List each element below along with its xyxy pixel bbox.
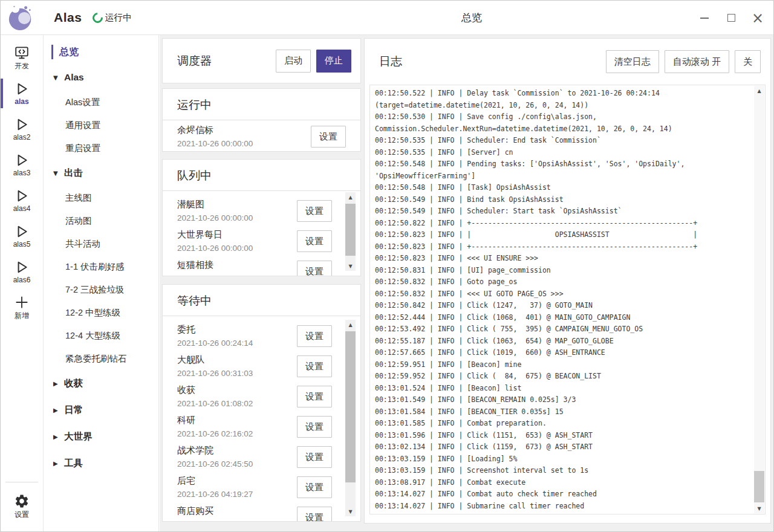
nav-item-label: alas2 — [13, 133, 31, 141]
log-text: 00:12:50.522 | INFO | Delay task `Commis… — [370, 85, 754, 514]
menu-item[interactable]: 活动图 — [44, 209, 158, 232]
nav-item-alas3[interactable]: alas3 — [1, 147, 43, 183]
scroll-down-icon[interactable]: ▼ — [345, 261, 356, 271]
task-setting-button[interactable]: 设置 — [297, 355, 332, 377]
menu-section-label: 大世界 — [64, 430, 93, 443]
nav-item-alas[interactable]: alas — [1, 76, 43, 111]
pending-title: 队列中 — [163, 160, 360, 190]
nav-item-label: alas — [15, 97, 28, 106]
task-name: 余烬信标 — [177, 125, 253, 136]
instance-nav-list: 开发 alas alas2 alas3 alas4 alas5 alas6 新增 — [1, 35, 43, 325]
task-row: 科研 2021-10-26 02:16:02 设置 — [163, 410, 360, 441]
minimize-icon — [700, 18, 709, 19]
waiting-scrollbar[interactable]: ▲ ▼ — [345, 320, 356, 516]
nav-item-settings[interactable]: 设置 — [1, 488, 43, 524]
log-scrollbar[interactable]: ▲ ▼ — [754, 86, 764, 513]
close-button[interactable]: × — [749, 6, 766, 30]
task-time: 2021-10-26 02:16:02 — [177, 429, 253, 438]
scroll-up-icon[interactable]: ▲ — [754, 86, 764, 96]
menu-item-overview[interactable]: 总览 — [44, 40, 158, 64]
task-setting-button[interactable]: 设置 — [297, 230, 332, 252]
task-setting-button[interactable]: 设置 — [297, 200, 332, 222]
task-setting-button[interactable]: 设置 — [297, 261, 332, 276]
chevron-right-icon: ▶ — [53, 433, 62, 440]
pending-task-list: 潜艇图 2021-10-26 00:00:00 设置 大世界每日 2021-10… — [163, 191, 360, 276]
window-controls: × — [696, 1, 766, 35]
menu-item[interactable]: 1-1 伏击刷好感 — [44, 255, 158, 278]
scroll-thumb[interactable] — [345, 331, 356, 482]
task-setting-button[interactable]: 设置 — [311, 126, 346, 148]
menu-section-label: Alas — [64, 72, 84, 83]
task-name: 大舰队 — [177, 354, 253, 366]
task-name: 科研 — [177, 415, 253, 426]
task-name: 商店购买 — [177, 505, 213, 517]
running-title: 运行中 — [163, 89, 360, 120]
task-setting-button[interactable]: 设置 — [297, 476, 332, 498]
scroll-up-icon[interactable]: ▲ — [345, 192, 356, 202]
task-setting-button[interactable]: 设置 — [297, 507, 332, 522]
play-icon — [14, 188, 30, 204]
start-button[interactable]: 启动 — [276, 50, 311, 73]
autoscroll-off-button[interactable]: 关 — [735, 50, 761, 73]
task-setting-button[interactable]: 设置 — [297, 386, 332, 407]
menu-item[interactable]: 共斗活动 — [44, 232, 158, 255]
task-setting-button[interactable]: 设置 — [297, 446, 332, 468]
scheduler-card: 调度器 启动 停止 — [162, 38, 361, 83]
running-card: 运行中 余烬信标 2021-10-26 00:00:00 设置 — [162, 88, 361, 152]
minimize-button[interactable] — [696, 6, 713, 30]
maximize-icon — [727, 14, 735, 22]
scroll-thumb[interactable] — [345, 204, 356, 256]
waiting-task-list: 委托 2021-10-26 00:24:14 设置 大舰队 2021-10-26… — [163, 316, 360, 522]
scheduler-buttons: 启动 停止 — [276, 50, 351, 73]
nav-item-alas5[interactable]: alas5 — [1, 218, 43, 254]
task-time: 2021-10-26 00:00:00 — [177, 139, 253, 148]
task-name: 委托 — [177, 324, 253, 336]
waiting-title: 等待中 — [163, 285, 360, 316]
chevron-right-icon: ▶ — [53, 460, 62, 467]
menu-item[interactable]: 12-4 大型练级 — [44, 324, 158, 347]
task-setting-button[interactable]: 设置 — [297, 416, 332, 438]
scroll-thumb[interactable] — [754, 471, 764, 502]
nav-item-dev[interactable]: 开发 — [1, 40, 43, 76]
nav-item-alas6[interactable]: alas6 — [1, 254, 43, 290]
task-setting-button[interactable]: 设置 — [297, 325, 332, 347]
menu-section-label: 出击 — [64, 167, 83, 180]
task-time: 2021-10-26 00:00:00 — [177, 213, 253, 222]
menu-sections: ▼ Alas Alas设置通用设置重启设置 ▼ 出击 主线图活动图共斗活动1-1… — [44, 64, 158, 476]
menu-item[interactable]: 通用设置 — [44, 114, 158, 137]
instance-sidebar: 开发 alas alas2 alas3 alas4 alas5 alas6 新增… — [1, 35, 44, 531]
menu-section-header[interactable]: ▶ 工具 — [44, 450, 158, 476]
chevron-right-icon: ▶ — [53, 380, 62, 387]
pending-scrollbar[interactable]: ▲ ▼ — [345, 192, 356, 271]
clear-log-button[interactable]: 清空日志 — [606, 50, 659, 73]
nav-item-alas4[interactable]: alas4 — [1, 183, 43, 218]
log-title: 日志 — [379, 54, 402, 70]
chevron-right-icon: ▶ — [53, 407, 62, 414]
menu-item-label: 总览 — [59, 46, 79, 59]
menu-section-header[interactable]: ▶ 大世界 — [44, 423, 158, 450]
scroll-down-icon[interactable]: ▼ — [345, 507, 356, 516]
nav-item-add[interactable]: 新增 — [1, 290, 43, 325]
menu-item[interactable]: 12-2 中型练级 — [44, 301, 158, 324]
stop-button[interactable]: 停止 — [316, 50, 351, 73]
task-time: 2021-10-26 00:00:00 — [177, 274, 253, 276]
menu-item[interactable]: 重启设置 — [44, 137, 158, 160]
scroll-up-icon[interactable]: ▲ — [345, 320, 356, 329]
menu-section-header[interactable]: ▶ 收获 — [44, 370, 158, 397]
menu-section-header[interactable]: ▼ Alas — [44, 64, 158, 91]
nav-item-alas2[interactable]: alas2 — [1, 111, 43, 147]
sidebar-bottom: 设置 — [1, 482, 43, 531]
task-row: 商店购买 设置 — [163, 501, 360, 522]
menu-item[interactable]: 7-2 三战捡垃圾 — [44, 278, 158, 301]
menu-item[interactable]: Alas设置 — [44, 91, 158, 114]
scroll-down-icon[interactable]: ▼ — [754, 504, 764, 513]
menu-section-header[interactable]: ▼ 出击 — [44, 160, 158, 186]
menu-section-header[interactable]: ▶ 日常 — [44, 397, 158, 423]
chevron-down-icon: ▼ — [53, 170, 62, 177]
app-title: Alas — [54, 10, 82, 25]
menu-item[interactable]: 紧急委托刷钻石 — [44, 347, 158, 370]
log-header: 日志 清空日志 自动滚动 开 关 — [365, 39, 770, 85]
autoscroll-on-button[interactable]: 自动滚动 开 — [665, 50, 729, 73]
maximize-button[interactable] — [723, 6, 740, 30]
menu-item[interactable]: 主线图 — [44, 186, 158, 209]
